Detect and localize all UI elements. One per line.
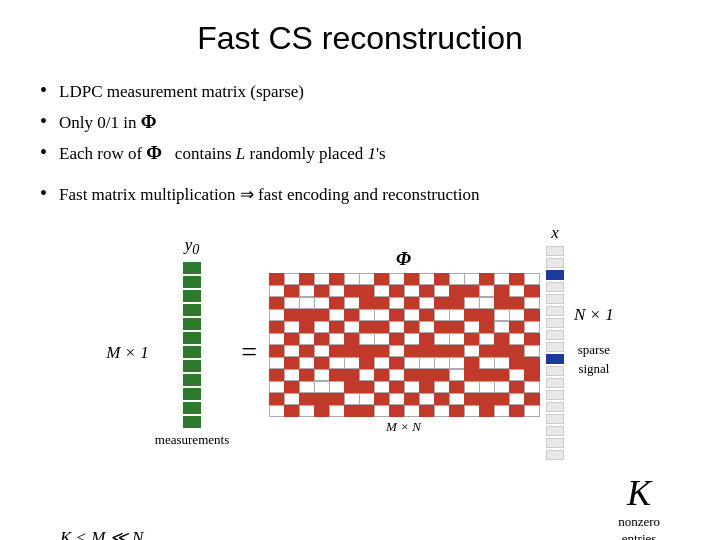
bottom-left-label: K < M ≪ N: [60, 527, 143, 540]
bullet-list: LDPC measurement matrix (sparse) Only 0/…: [40, 79, 680, 164]
diagram: y M × 1 y0: [40, 223, 680, 540]
phi-label: Φ: [396, 248, 411, 270]
bullet-1: LDPC measurement matrix (sparse): [40, 79, 680, 102]
n1-label: N × 1: [574, 305, 614, 325]
matrix-grid: [269, 273, 538, 416]
phi-col: Φ: [269, 248, 538, 435]
k-label: K: [618, 472, 660, 514]
bullet-3: Each row of Φ contains L randomly placed…: [40, 141, 680, 164]
sparse-signal-label: sparsesignal: [574, 341, 614, 377]
nonzero-entries-label: nonzeroentries: [618, 514, 660, 540]
mn-label: M × N: [386, 419, 421, 435]
bullet-2: Only 0/1 in Φ: [40, 110, 680, 133]
y0-col: y0 measurements: [155, 235, 229, 447]
bullet-4: Fast matrix multiplication ⇒ fast encodi…: [40, 182, 680, 205]
x-vector: [546, 246, 564, 460]
diagram-row: y M × 1 y0: [40, 223, 680, 460]
m1-area: y M × 1: [106, 320, 149, 363]
bullet-list-2: Fast matrix multiplication ⇒ fast encodi…: [40, 182, 680, 205]
k-area: K nonzeroentries: [618, 472, 660, 540]
m1-label: M × 1: [106, 343, 149, 363]
page: Fast CS reconstruction LDPC measurement …: [0, 0, 720, 540]
y0-vector: [183, 262, 201, 428]
x-label: x: [551, 223, 559, 243]
bottom-row: K < M ≪ N K nonzeroentries: [40, 472, 680, 540]
y0-label: y0: [185, 235, 200, 258]
x-col: x: [546, 223, 564, 460]
page-title: Fast CS reconstruction: [40, 20, 680, 57]
measurements-label: measurements: [155, 432, 229, 448]
equals-sign: =: [241, 336, 257, 368]
right-labels: N × 1 sparsesignal: [574, 305, 614, 377]
